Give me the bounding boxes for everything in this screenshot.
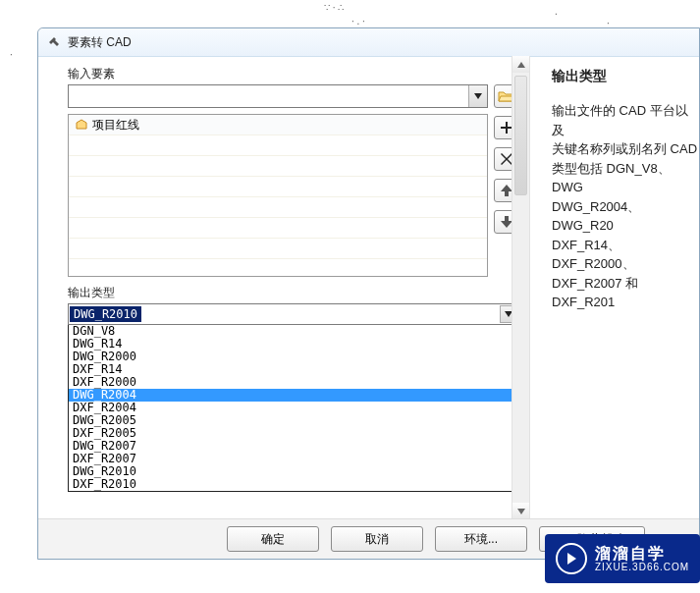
- layers-listbox[interactable]: 项目红线: [68, 114, 488, 277]
- layers-area: 项目红线: [68, 114, 519, 277]
- input-combo-drop-icon[interactable]: [468, 85, 487, 107]
- left-scrollbar[interactable]: [512, 56, 529, 519]
- environments-button[interactable]: 环境...: [435, 526, 527, 552]
- site-watermark: 溜溜自学 ZIXUE.3D66.COM: [545, 534, 700, 583]
- help-heading: 输出类型: [552, 68, 699, 85]
- help-body: 输出文件的 CAD 平台以及 关键名称列或别名列 CAD 类型包括 DGN_V8…: [552, 101, 699, 312]
- output-type-label: 输出类型: [68, 285, 519, 301]
- output-type-section: 输出类型 DWG_R2010 DGN_V8 DWG_R14 DWG_R2000 …: [68, 285, 519, 492]
- dialog-window: 要素转 CAD 输入要素: [37, 27, 700, 560]
- output-type-selected: DWG_R2010: [70, 306, 141, 322]
- watermark-title: 溜溜自学: [595, 545, 689, 563]
- layer-row[interactable]: 项目红线: [69, 115, 487, 135]
- scroll-thumb[interactable]: [514, 76, 527, 195]
- content-area: 输入要素: [38, 56, 699, 519]
- scroll-down-icon[interactable]: [512, 503, 529, 519]
- scroll-up-icon[interactable]: [512, 56, 529, 73]
- layer-name: 项目红线: [92, 117, 139, 134]
- input-features-label: 输入要素: [68, 66, 519, 82]
- titlebar: 要素转 CAD: [38, 28, 699, 57]
- help-line: DXF_R14、DXF_R2000、: [552, 236, 699, 274]
- input-combo-row: [68, 84, 519, 108]
- output-type-select[interactable]: DWG_R2010: [68, 303, 519, 325]
- ok-button[interactable]: 确定: [227, 526, 319, 552]
- option-dxf-r2010[interactable]: DXF_R2010: [69, 478, 518, 491]
- input-features-combo[interactable]: [68, 84, 488, 108]
- window-title: 要素转 CAD: [68, 34, 132, 51]
- play-icon: [556, 543, 587, 574]
- option-dgn-v8[interactable]: DGN_V8: [69, 325, 518, 338]
- app-icon: [46, 34, 62, 50]
- help-line: 输出文件的 CAD 平台以及: [552, 101, 699, 139]
- help-line: DWG_R2004、DWG_R20: [552, 197, 699, 236]
- left-panel: 输入要素: [38, 56, 530, 519]
- option-dwg-r2000[interactable]: DWG_R2000: [69, 350, 518, 363]
- watermark-url: ZIXUE.3D66.COM: [595, 562, 689, 572]
- help-line: 类型包括 DGN_V8、DWG: [552, 159, 699, 197]
- output-type-dropdown[interactable]: DGN_V8 DWG_R14 DWG_R2000 DXF_R14 DXF_R20…: [68, 325, 519, 492]
- left-inner: 输入要素: [68, 66, 519, 519]
- help-line: 关键名称列或别名列 CAD: [552, 139, 699, 159]
- cancel-button[interactable]: 取消: [331, 526, 423, 552]
- help-line: DXF_R2007 和 DXF_R201: [552, 274, 699, 312]
- polygon-icon: [75, 119, 88, 131]
- help-panel: 输出类型 输出文件的 CAD 平台以及 关键名称列或别名列 CAD 类型包括 D…: [530, 56, 699, 519]
